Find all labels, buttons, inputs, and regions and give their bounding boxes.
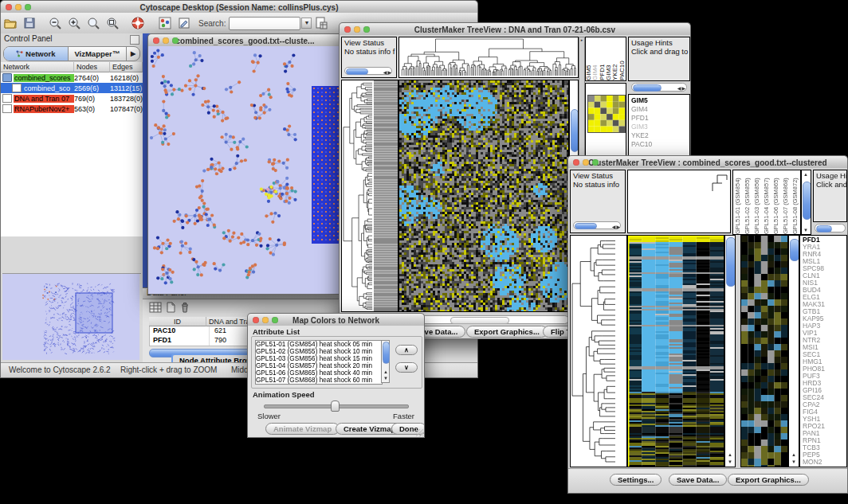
tv2-column-dendrogram[interactable]	[627, 170, 731, 233]
zoom-window-icon[interactable]	[592, 159, 599, 166]
save-icon[interactable]	[22, 16, 37, 30]
zoom-window-icon[interactable]	[363, 26, 370, 33]
doc-icon	[2, 104, 12, 113]
zoom-window-icon[interactable]	[25, 4, 31, 10]
tv1-view-status-panel: View Status No status info f ◀▶	[341, 37, 397, 78]
gene-label[interactable]: GIM3	[631, 123, 689, 131]
tv2-gene-list[interactable]: PFD1YRA1RNR4MSL1SPC98CLN1NIS1BUD4ELG1MAK…	[799, 235, 847, 467]
open-file-icon[interactable]	[3, 16, 18, 30]
tv1-usage-hints-panel: Usage Hints Click and drag to	[628, 37, 690, 81]
new-attribute-icon[interactable]	[165, 302, 176, 313]
network-list-row[interactable]: DNA and Tran 07769(0)183728(0)	[1, 93, 143, 104]
tv1-column-dendrogram[interactable]	[398, 37, 579, 78]
close-icon[interactable]	[6, 4, 12, 10]
gene-label[interactable]: MON2	[803, 459, 846, 466]
window-controls[interactable]	[1, 4, 36, 10]
attribute-item[interactable]: GPL51-01 (GSM854) heat shock 05 min	[256, 341, 382, 348]
tab-network[interactable]: Network	[4, 47, 69, 61]
help-ring-icon[interactable]	[131, 16, 145, 30]
tv2-status-scrollbar[interactable]: ◀▶	[573, 221, 621, 229]
slower-label: Slower	[257, 412, 281, 420]
tv2-heatmap[interactable]	[628, 236, 724, 467]
tv2-row-dendrogram[interactable]	[570, 235, 627, 467]
tv1-splitter[interactable]: ▸	[579, 37, 585, 174]
tv2-zoom-heatmap[interactable]	[741, 236, 787, 467]
minimize-icon[interactable]	[163, 37, 169, 44]
close-icon[interactable]	[573, 159, 579, 166]
move-down-button[interactable]: ∨	[395, 362, 418, 373]
minimize-icon[interactable]	[583, 159, 589, 166]
zoom-window-icon[interactable]	[272, 317, 278, 323]
gene-label[interactable]: GIM5	[631, 96, 689, 105]
tv2-settings-button[interactable]: Settings...	[610, 474, 662, 486]
attribute-item[interactable]: GPL51-03 (GSM856) heat shock 15 min	[256, 355, 382, 362]
birdseye-panel[interactable]	[2, 273, 141, 361]
attribute-list-group: GPL51-01 (GSM854) heat shock 05 minGPL51…	[251, 336, 422, 389]
column-label: PAC10	[619, 39, 626, 80]
network-canvas[interactable]	[148, 46, 342, 293]
minimize-icon[interactable]	[15, 4, 22, 10]
search-input[interactable]	[229, 17, 300, 30]
tab-vizmapper[interactable]: VizMapper™	[69, 47, 127, 61]
birdseye-canvas[interactable]	[2, 274, 139, 360]
tv1-heatmap[interactable]	[399, 80, 568, 311]
column-label: GPL51-04 (GSM857)	[764, 171, 770, 234]
attribute-item[interactable]: GPL51-04 (GSM857) heat shock 20 min	[256, 362, 382, 369]
zoom-window-icon[interactable]	[172, 37, 179, 44]
row-id: PAC10	[150, 326, 210, 336]
attribute-browser-icon[interactable]	[314, 16, 328, 30]
network-list-row[interactable]: combined_sco2569(6)13112(15)	[1, 83, 143, 93]
resize-grip[interactable]	[416, 429, 423, 436]
tv2-vscrollbar[interactable]: ▲ ▼	[724, 235, 736, 467]
zoom-out-icon[interactable]	[48, 16, 62, 30]
edge-count: 16218(0)	[110, 74, 143, 82]
tv2-save-data-button[interactable]: Save Data...	[669, 474, 727, 486]
minimize-icon[interactable]	[354, 26, 360, 33]
tabs-overflow-icon[interactable]: ▶	[127, 47, 139, 61]
tv2-view-status-panel: View Status No status info ◀▶	[570, 170, 626, 233]
tv2-genes-vscrollbar[interactable]: ▲ ▼	[788, 235, 799, 467]
edge-count: 107847(0)	[110, 105, 143, 113]
attribute-item[interactable]: GPL51-06 (GSM865) heat shock 40 min	[256, 369, 382, 377]
gene-label[interactable]: PAC10	[631, 140, 689, 149]
tv1-hints-scrollbar[interactable]: ◀▶	[631, 83, 687, 92]
tv1-export-graphics-button[interactable]: Export Graphics...	[466, 326, 548, 338]
zoom-selected-icon[interactable]	[86, 16, 100, 30]
speed-slider-thumb[interactable]	[331, 400, 340, 412]
animate-vizmap-button[interactable]: Animate Vizmap	[265, 423, 340, 435]
network-list-row[interactable]: RNAPuberNov2+563(0)107847(0)	[1, 104, 143, 114]
gene-label[interactable]: YKE2	[631, 131, 689, 140]
tv1-status-scrollbar[interactable]: ◀▶	[344, 67, 392, 75]
close-icon[interactable]	[253, 317, 259, 323]
float-panel-icon[interactable]	[130, 35, 139, 45]
column-label: GPL51-02 (GSM855)	[744, 171, 751, 234]
minimize-icon[interactable]	[262, 317, 269, 323]
attribute-item[interactable]: GPL51-07 (GSM868) heat shock 60 min	[256, 377, 382, 384]
tv2-export-graphics-button[interactable]: Export Graphics...	[728, 474, 809, 486]
attribute-item[interactable]: GPL51-02 (GSM855) heat shock 10 min	[256, 348, 382, 355]
attribute-table-icon[interactable]	[149, 302, 162, 313]
tv2-column-labels[interactable]: GPL51-01 (GSM854)GPL51-02 (GSM855)GPL51-…	[732, 170, 801, 235]
search-dropdown-icon[interactable]: ▼	[301, 18, 312, 29]
move-up-button[interactable]: ∧	[395, 345, 418, 355]
zoom-in-icon[interactable]	[67, 16, 81, 30]
close-icon[interactable]	[153, 37, 159, 44]
control-panel-tabs: Network VizMapper™ ▶	[3, 46, 140, 61]
network-list-row[interactable]: combined_scores2764(0)16218(0)	[1, 72, 143, 83]
network-list: combined_scores2764(0)16218(0)combined_s…	[1, 72, 143, 236]
vizmap-icon[interactable]	[158, 16, 172, 30]
zoom-fit-icon[interactable]	[105, 16, 120, 30]
close-icon[interactable]	[344, 26, 351, 33]
tv2-hints-scrollbar[interactable]	[815, 224, 846, 232]
gene-label[interactable]: PFD1	[631, 114, 689, 123]
attribute-listbox[interactable]: GPL51-01 (GSM854) heat shock 05 minGPL51…	[255, 340, 383, 385]
attribute-list-scrollbar[interactable]: ▲ ▼	[381, 340, 390, 383]
annotation-icon[interactable]	[177, 16, 191, 30]
gene-label[interactable]: GIM4	[631, 105, 689, 114]
tv1-row-dendrogram[interactable]	[341, 80, 398, 312]
delete-attribute-icon[interactable]	[179, 302, 190, 313]
faster-label: Faster	[393, 412, 414, 420]
tv1-zoom-heatmap[interactable]	[587, 95, 626, 133]
tv1-column-labels[interactable]: GIM5GIM4PFD1GIM3YKE2PAC10	[585, 37, 626, 81]
tv2-labels-vscrollbar[interactable]: ▲ ▼	[801, 170, 811, 235]
